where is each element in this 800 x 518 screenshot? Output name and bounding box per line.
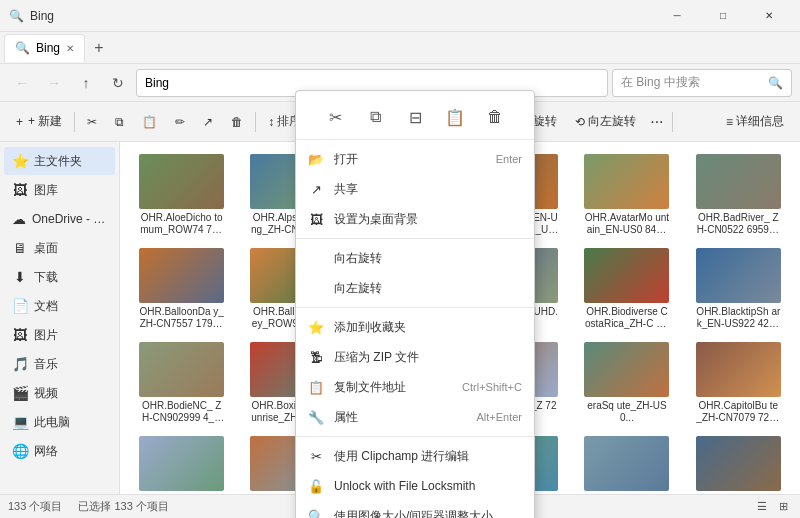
- more-button[interactable]: ···: [646, 106, 667, 138]
- ctx-open-label: 打开: [334, 151, 486, 168]
- ctx-section-2: 向右旋转 向左旋转: [296, 239, 534, 308]
- image-label: OHR.BadRiver_ ZH-CN0522 695977_UHD.: [696, 212, 781, 236]
- search-bar[interactable]: 在 Bing 中搜索 🔍: [612, 69, 792, 97]
- sidebar-item-thispc[interactable]: 💻 此电脑: [4, 408, 115, 436]
- ctx-copy-button[interactable]: ⧉: [359, 101, 391, 133]
- tab-bar: 🔍 Bing ✕ +: [0, 32, 800, 64]
- ctx-delete-button[interactable]: 🗑: [479, 101, 511, 133]
- ctx-resize-item[interactable]: 🔍 使用图像大小/间距器调整大小: [296, 501, 534, 518]
- video-icon: 🎬: [12, 385, 28, 401]
- sidebar-item-label: 音乐: [34, 356, 58, 373]
- sidebar-item-documents[interactable]: 📄 文档: [4, 292, 115, 320]
- image-label: OHR.Biodiverse CostaRica_ZH-C N552415413…: [584, 306, 669, 330]
- refresh-button[interactable]: ↻: [104, 69, 132, 97]
- ctx-clipchamp-icon: ✂: [308, 449, 324, 464]
- maximize-button[interactable]: □: [700, 0, 746, 32]
- back-button[interactable]: ←: [8, 69, 36, 97]
- list-item[interactable]: OHR.CapitolRe fSnow_ZH-CN 085775882_U: [128, 432, 235, 494]
- ctx-wallpaper-item[interactable]: 🖼 设置为桌面背景: [296, 204, 534, 234]
- forward-button[interactable]: →: [40, 69, 68, 97]
- rename-button[interactable]: ✏: [167, 106, 193, 138]
- tab-label: Bing: [36, 41, 60, 55]
- ctx-clipchamp-item[interactable]: ✂ 使用 Clipchamp 进行编辑: [296, 441, 534, 471]
- delete-button[interactable]: 🗑: [223, 106, 251, 138]
- ctx-properties-item[interactable]: 🔧 属性 Alt+Enter: [296, 402, 534, 432]
- pictures-icon: 🖼: [12, 327, 28, 343]
- sidebar-item-pictures[interactable]: 🖼 图片: [4, 321, 115, 349]
- list-item[interactable]: OHR.BadRiver_ ZH-CN0522 695977_UHD.: [685, 150, 792, 240]
- new-tab-button[interactable]: +: [85, 34, 113, 62]
- ctx-rotate-right-item[interactable]: 向右旋转: [296, 243, 534, 273]
- sidebar-item-desktop[interactable]: 🖥 桌面: [4, 234, 115, 262]
- ctx-wallpaper-icon: 🖼: [308, 212, 324, 227]
- sidebar: ⭐ 主文件夹 🖼 图库 ☁ OneDrive - Perso 🖥 桌面 ⬇ 下载…: [0, 142, 120, 494]
- list-item[interactable]: OHR.CapitolBu te_ZH-CN7079 72988_UHD.jpg: [685, 338, 792, 428]
- sidebar-item-label: 图片: [34, 327, 58, 344]
- search-icon: 🔍: [768, 76, 783, 90]
- image-label: eraSq ute_ZH-US0...: [584, 400, 669, 424]
- sidebar-item-label: 下载: [34, 269, 58, 286]
- sidebar-item-network[interactable]: 🌐 网络: [4, 437, 115, 465]
- tab-bing[interactable]: 🔍 Bing ✕: [4, 34, 85, 62]
- list-item[interactable]: OHR.AvatarMo untain_EN-US0 84042494_UHD.: [573, 150, 680, 240]
- sidebar-item-videos[interactable]: 🎬 视频: [4, 379, 115, 407]
- network-icon: 🌐: [12, 443, 28, 459]
- sidebar-item-music[interactable]: 🎵 音乐: [4, 350, 115, 378]
- ctx-open-item[interactable]: 📂 打开 Enter: [296, 144, 534, 174]
- ctx-copypath2-icon: 📋: [308, 380, 324, 395]
- image-thumbnail: [139, 248, 224, 303]
- ctx-rotate-left-item[interactable]: 向左旋转: [296, 273, 534, 303]
- list-item[interactable]: OHR.C 82127...: [573, 432, 680, 494]
- list-item[interactable]: OHR.Biodiverse CostaRica_ZH-C N552415413…: [573, 244, 680, 334]
- grid-view-button[interactable]: ⊞: [775, 498, 792, 515]
- ctx-zip-label: 压缩为 ZIP 文件: [334, 349, 522, 366]
- list-item[interactable]: OHR.AloeDicho tomum_ROW74 7252290_UHD. j…: [128, 150, 235, 240]
- image-thumbnail: [584, 248, 669, 303]
- cut-icon: ✂: [87, 115, 97, 129]
- close-button[interactable]: ✕: [746, 0, 792, 32]
- sidebar-item-label: 网络: [34, 443, 58, 460]
- transform-icon: ⟲: [575, 115, 585, 129]
- list-view-button[interactable]: ☰: [753, 498, 771, 515]
- sidebar-item-onedrive[interactable]: ☁ OneDrive - Perso: [4, 205, 115, 233]
- sidebar-item-label: 视频: [34, 385, 58, 402]
- list-item[interactable]: OHR.BalloonDa y_ZH-CN7557 17922218_UHD.: [128, 244, 235, 334]
- tab-close-button[interactable]: ✕: [66, 43, 74, 54]
- paste-button[interactable]: 📋: [134, 106, 165, 138]
- cut-button[interactable]: ✂: [79, 106, 105, 138]
- cloud-icon: ☁: [12, 211, 26, 227]
- ctx-copy-icon: ⧉: [370, 108, 381, 126]
- list-item[interactable]: OHR.BlacktipSh ark_EN-US922 4288033_UHD.: [685, 244, 792, 334]
- image-thumbnail: [696, 248, 781, 303]
- ctx-unlock-item[interactable]: 🔓 Unlock with File Locksmith: [296, 471, 534, 501]
- list-item[interactable]: OHR.BodieNC_ ZH-CN902999 4_UHD.jpg: [128, 338, 235, 428]
- ctx-wallpaper-label: 设置为桌面背景: [334, 211, 522, 228]
- copy-button[interactable]: ⧉: [107, 106, 132, 138]
- ctx-copypath-button[interactable]: ⊟: [399, 101, 431, 133]
- sidebar-item-gallery[interactable]: 🖼 图库: [4, 176, 115, 204]
- ctx-copypath-shortcut: Ctrl+Shift+C: [462, 381, 522, 393]
- sidebar-item-downloads[interactable]: ⬇ 下载: [4, 263, 115, 291]
- list-item[interactable]: eTreta _...: [685, 432, 792, 494]
- ctx-paste-icon: 📋: [445, 108, 465, 127]
- up-button[interactable]: ↑: [72, 69, 100, 97]
- sidebar-item-home[interactable]: ⭐ 主文件夹: [4, 147, 115, 175]
- ctx-cut-button[interactable]: ✂: [319, 101, 351, 133]
- details-icon: ≡: [726, 115, 733, 129]
- list-item[interactable]: eraSq ute_ZH-US0...: [573, 338, 680, 428]
- download-icon: ⬇: [12, 269, 28, 285]
- context-menu: ✂ ⧉ ⊟ 📋 🗑 📂 打开 Enter ↗ 共享 🖼 设置为桌面背景 向右旋转…: [295, 90, 535, 518]
- ctx-zip-item[interactable]: 🗜 压缩为 ZIP 文件: [296, 342, 534, 372]
- image-label: OHR.BodieNC_ ZH-CN902999 4_UHD.jpg: [139, 400, 224, 424]
- details-button[interactable]: ≡ 详细信息: [718, 106, 792, 138]
- share-button[interactable]: ↗: [195, 106, 221, 138]
- ctx-copypath-item[interactable]: 📋 复制文件地址 Ctrl+Shift+C: [296, 372, 534, 402]
- ctx-favorite-item[interactable]: ⭐ 添加到收藏夹: [296, 312, 534, 342]
- ctx-paste-button[interactable]: 📋: [439, 101, 471, 133]
- ctx-open-shortcut: Enter: [496, 153, 522, 165]
- ctx-section-3: ⭐ 添加到收藏夹 🗜 压缩为 ZIP 文件 📋 复制文件地址 Ctrl+Shif…: [296, 308, 534, 437]
- transform-button[interactable]: ⟲ 向左旋转: [567, 106, 644, 138]
- new-button[interactable]: + + 新建: [8, 106, 70, 138]
- ctx-share-item[interactable]: ↗ 共享: [296, 174, 534, 204]
- minimize-button[interactable]: ─: [654, 0, 700, 32]
